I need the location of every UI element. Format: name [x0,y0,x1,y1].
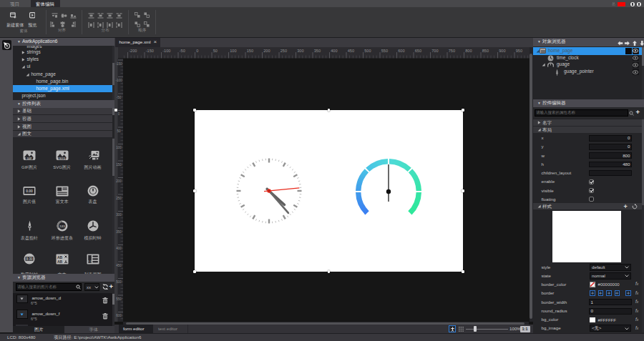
svg-text:650: 650 [415,49,421,53]
svg-text:450: 450 [348,49,354,53]
svg-text:850: 850 [482,49,489,53]
svg-text:123: 123 [59,224,65,227]
svg-text:950: 950 [516,49,522,53]
svg-text:8:30: 8:30 [26,257,33,261]
svg-text:-100: -100 [162,49,170,53]
svg-text:350: 350 [314,49,321,53]
svg-text:750: 750 [449,49,455,53]
svg-text:700: 700 [431,49,438,53]
svg-text:GIF: GIF [27,156,32,159]
svg-text:250: 250 [280,49,287,53]
svg-text:SVG: SVG [59,156,65,159]
svg-text:300: 300 [297,49,303,53]
svg-text:1 2: 1 2 [87,260,92,263]
svg-text:600: 600 [398,49,404,53]
svg-text:0: 0 [196,49,198,53]
svg-text:0.00: 0.00 [26,189,33,193]
svg-text:50: 50 [213,49,218,53]
svg-text:-50: -50 [180,49,185,53]
svg-text:0: 0 [118,112,120,116]
svg-text:100: 100 [230,49,236,53]
svg-text:500: 500 [364,49,371,53]
svg-text:150: 150 [247,49,253,53]
svg-text:400: 400 [331,49,337,53]
svg-text:AB: AB [57,260,63,264]
svg-text:550: 550 [381,49,388,53]
svg-text:900: 900 [499,49,505,53]
svg-text:-150: -150 [146,49,154,53]
svg-text:50: 50 [117,129,121,133]
svg-text:-200: -200 [129,49,137,53]
svg-text:200: 200 [263,49,270,53]
svg-text:800: 800 [465,49,472,53]
